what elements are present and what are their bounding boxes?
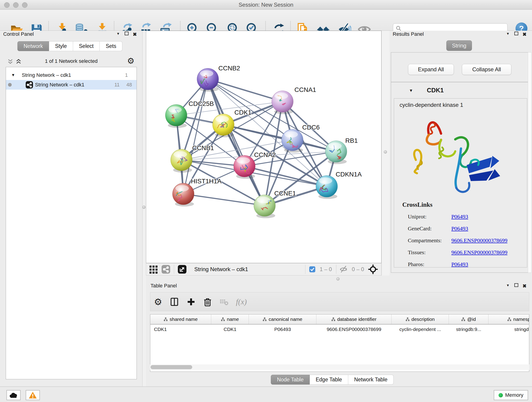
horizontal-splitter-handle[interactable] [336,277,340,281]
network-edge-CCNB2-CCNA1[interactable] [208,79,283,102]
crosslink-link[interactable]: P06493 [451,214,468,220]
minimize-window-button[interactable] [13,2,19,8]
network-collection-count: 1 [125,72,128,78]
tab-edge-table[interactable]: Edge Table [310,375,348,385]
hidden-eye-slash-icon[interactable] [340,265,348,274]
memory-button[interactable]: Memory [494,390,528,400]
node-gloss [237,157,250,164]
crosslink-link[interactable]: P06493 [451,261,468,268]
column-header-namespace[interactable]: namespace [488,314,529,324]
network-label: String Network – cdk1 [35,82,84,88]
tab-sets[interactable]: Sets [100,41,122,51]
collapse-all-button[interactable]: Collapse All [462,64,511,75]
warning-icon [28,391,37,399]
gene-section-header[interactable]: ▼ CDK1 [391,85,530,97]
left-splitter-handle[interactable] [142,206,146,209]
panel-close-icon[interactable]: ✖ [522,32,526,37]
add-column-plus-icon[interactable] [186,297,196,306]
network-collection-row[interactable]: ▼ String Network – cdk1 1 [6,70,137,80]
panel-float-icon[interactable] [125,32,128,36]
network-node-CCNB1[interactable] [171,149,192,171]
results-scrollbar[interactable] [528,52,532,273]
network-node-CDKN1A[interactable] [316,176,337,197]
crosslink-link[interactable]: P06493 [451,225,468,232]
cloud-button[interactable] [6,390,21,400]
fit-crosshair-icon[interactable] [368,264,378,274]
network-badge-icon[interactable] [161,265,171,274]
network-selection-status: 1 of 1 Network selected [6,58,137,64]
network-row-selected[interactable]: String Network – cdk1 11 48 [6,80,137,89]
network-node-RB1[interactable] [325,141,347,162]
right-splitter-handle[interactable] [384,150,387,153]
network-canvas[interactable]: CCNB2CCNA1CDC25BCDK1CDC6RB1CCNB1CCNA2CDK… [146,31,381,263]
collapse-triangle-icon[interactable]: ▼ [409,88,413,93]
network-node-CCNA1[interactable] [272,91,293,112]
expand-all-button[interactable]: Expand All [408,64,454,75]
node-gloss [275,93,288,99]
table-cell: stringdb [488,325,529,334]
tab-style[interactable]: Style [49,41,73,51]
maximize-window-button[interactable] [22,2,27,8]
column-header-shared-name[interactable]: shared name [150,314,211,324]
crosslink-link[interactable]: 9606.ENSP00000378699 [451,249,507,255]
table-cell: P06493 [249,325,317,334]
close-window-button[interactable] [4,2,10,8]
table-options-gear-icon[interactable]: ⚙ [154,298,162,306]
panel-menu-icon[interactable]: ▼ [116,32,120,36]
network-node-CDK1[interactable] [213,114,234,135]
network-list-subheader: 1 of 1 Network selected ⚙ [6,56,137,66]
table-cell: CDK1 [211,325,249,334]
selected-checkbox-icon[interactable] [309,266,316,273]
column-header-name[interactable]: name [211,314,249,324]
network-options-gear-icon[interactable]: ⚙ [127,57,134,65]
network-node-CCNA2[interactable] [234,155,255,177]
grid-view-icon[interactable] [149,265,158,274]
crosslink-label: Uniprot: [408,214,426,220]
collapse-triangle-icon[interactable]: ▼ [11,73,15,77]
panel-close-icon[interactable]: ✖ [133,32,137,37]
table-row[interactable]: CDK1CDK1P064939606.ENSP00000378699cyclin… [150,325,529,334]
network-node-CCNB2[interactable] [197,68,219,90]
column-header-@id[interactable]: @id [449,314,488,324]
network-node-HIST1H1A[interactable] [172,183,194,205]
node-table: shared namenamecanonical namedatabase id… [150,314,529,372]
network-status-dot [8,83,12,87]
string-results-box: Expand All Collapse All ▼ CDK1 cyclin-de… [391,52,530,273]
delete-column-trash-icon[interactable] [203,297,212,306]
network-edge-CCNB2-CCNE1[interactable] [208,79,265,206]
panel-float-icon[interactable] [514,283,518,288]
network-edge-HIST1H1A-CCNE1[interactable] [183,194,265,206]
tab-string[interactable]: String [446,40,472,51]
column-header-canonical-name[interactable]: canonical name [249,314,317,324]
selected-count: 1 – 0 [320,266,332,273]
panel-close-icon[interactable]: ✖ [522,283,526,289]
control-panel-header: Control Panel ▼ ✖ [0,31,142,38]
warning-button[interactable] [26,390,40,400]
tab-node-table[interactable]: Node Table [271,375,310,385]
status-bar: Memory [0,386,532,402]
scrollbar-thumb[interactable] [151,365,192,369]
network-node-CDC25B[interactable] [165,104,187,126]
show-columns-icon[interactable] [170,297,179,307]
table-h-scrollbar[interactable] [150,364,529,370]
crosslink-row: Compartments:9606.ENSP00000378699 [408,235,522,247]
table-toolbar: ⚙ f(x) [150,292,529,311]
open-in-new-window-icon[interactable] [177,265,187,274]
tab-network[interactable]: Network [17,41,49,51]
panel-menu-icon[interactable]: ▼ [506,32,510,36]
crosslink-link[interactable]: 9606.ENSP00000378699 [451,237,507,244]
node-label-CDK1: CDK1 [234,109,252,116]
memory-label: Memory [505,392,523,398]
panel-menu-icon[interactable]: ▼ [506,283,510,287]
network-node-CCNE1[interactable] [254,195,275,216]
node-gloss [215,116,229,122]
column-header-description[interactable]: description [392,314,449,324]
tab-select[interactable]: Select [73,41,100,51]
table-cell: stringdb:9... [449,325,488,334]
panel-float-icon[interactable] [514,32,518,36]
node-label-CCNB1: CCNB1 [192,144,214,152]
column-header-database-identifier[interactable]: database identifier [317,314,392,324]
tab-network-table[interactable]: Network Table [348,375,394,385]
gene-details-box: cyclin-dependent kinase 1 [394,98,527,268]
network-node-CDC6[interactable] [282,129,303,151]
